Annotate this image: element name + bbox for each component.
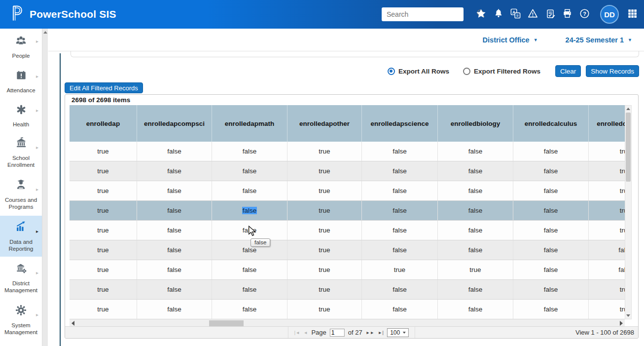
table-cell[interactable]: false [438,181,513,200]
export-filtered-rows-radio[interactable]: Export Filtered Rows [463,68,540,75]
alerts-button[interactable] [524,4,541,24]
scroll-down-icon[interactable] [626,314,630,317]
table-cell[interactable]: false [438,300,513,319]
table-cell[interactable]: false [137,300,212,319]
table-cell[interactable]: false [362,161,438,181]
table-cell[interactable]: false [212,280,287,299]
table-cell[interactable]: false [362,142,438,161]
table-cell[interactable]: true [589,300,625,319]
table-cell[interactable]: false [137,142,212,161]
table-cell[interactable]: false [362,181,438,200]
table-cell[interactable]: true [70,260,137,279]
print-button[interactable] [559,4,576,24]
sidebar-item-people[interactable]: People ▸ [0,29,42,64]
table-cell[interactable]: true [287,280,362,299]
edit-all-filtered-records-button[interactable]: Edit All Filtered Records [65,82,143,93]
table-cell[interactable]: false [513,221,589,240]
table-cell[interactable]: false [513,300,589,319]
table-cell[interactable]: false [513,181,589,200]
vertical-scrollbar[interactable] [625,105,632,319]
term-selector[interactable]: 24-25 Semester 1 ▼ [566,36,632,44]
table-cell[interactable]: true [70,280,137,299]
table-cell[interactable]: true [589,181,625,200]
notifications-button[interactable] [490,4,507,24]
table-cell[interactable]: true [70,161,137,181]
scroll-up-icon[interactable] [626,108,630,110]
table-cell[interactable]: false [513,201,589,220]
table-cell[interactable]: true [589,280,625,299]
table-row[interactable]: truefalsefalsetruetruetruefalsefalse [70,260,625,280]
column-header-enrolledapcompsci[interactable]: enrolledapcompsci [137,105,212,142]
table-row[interactable]: truefalsefalsetruefalsefalsefalsetrue [70,201,625,221]
table-cell[interactable]: true [70,300,137,319]
column-header-enrolledapmath[interactable]: enrolledapmath [212,105,287,142]
column-header-enrolledbiology[interactable]: enrolledbiology [438,105,513,142]
first-page-button[interactable]: |◄ [294,330,300,335]
sidebar-item-data-and-reporting[interactable]: Data and Reporting ▸ [0,216,42,257]
table-cell[interactable]: false [362,280,438,299]
table-cell[interactable]: false [137,280,212,299]
table-cell[interactable]: true [589,161,625,181]
vertical-scroll-thumb[interactable] [626,113,631,182]
table-cell[interactable]: false [513,161,589,181]
column-header-enrolledcalculus[interactable]: enrolledcalculus [513,105,589,142]
table-cell[interactable]: true [70,201,137,220]
table-row[interactable]: truefalsefalsetruefalsefalsefalsetrue [70,300,625,319]
sidebar-item-health[interactable]: Health ▸ [0,99,42,132]
scroll-left-icon[interactable] [72,321,74,326]
table-row[interactable]: truefalsefalsetruefalsefalsefalsetrue [70,161,625,181]
table-cell[interactable]: false [137,221,212,240]
table-cell[interactable]: false [137,161,212,181]
table-cell[interactable]: true [287,260,362,279]
sidebar-item-school-enrollment[interactable]: School Enrollment ▸ [0,132,42,173]
table-cell[interactable]: false [438,161,513,181]
table-cell[interactable]: false [362,240,438,260]
table-cell[interactable]: false [438,240,513,260]
column-header-enrolledchemistry[interactable]: enrolledchemistry [589,105,625,142]
table-cell[interactable]: false [212,181,287,200]
show-records-button[interactable]: Show Records [586,65,639,77]
table-cell[interactable]: false [137,181,212,200]
translation-button[interactable]: A 文 [507,4,524,24]
page-size-select[interactable]: 100 [387,328,409,337]
table-cell[interactable]: false [137,260,212,279]
table-cell[interactable]: false [438,221,513,240]
table-cell[interactable]: false [137,201,212,220]
table-cell[interactable]: false [212,240,287,260]
table-cell[interactable]: true [287,240,362,260]
horizontal-scroll-thumb[interactable] [209,320,244,326]
table-cell[interactable]: false [362,201,438,220]
column-header-enrolledapscience[interactable]: enrolledapscience [362,105,438,142]
table-cell[interactable]: false [589,260,625,279]
table-cell[interactable]: false [362,300,438,319]
table-row[interactable]: truefalsefalsetruefalsefalsefalsefalse [70,240,625,260]
table-cell[interactable]: true [287,142,362,161]
table-cell[interactable]: false [212,201,287,220]
table-cell[interactable]: false [212,142,287,161]
table-cell[interactable]: false [212,221,287,240]
table-cell[interactable]: true [589,142,625,161]
table-cell[interactable]: true [70,142,137,161]
clear-button[interactable]: Clear [555,65,581,77]
table-cell[interactable]: false [513,240,589,260]
table-cell[interactable]: false [513,280,589,299]
sidebar-item-district-management[interactable]: District Management ▸ [0,257,42,299]
export-all-rows-radio[interactable]: Export All Rows [388,68,449,75]
scroll-right-icon[interactable] [620,321,623,326]
table-row[interactable]: truefalsefalsetruefalsefalsefalsetrue [70,280,625,300]
user-avatar[interactable]: DD [600,5,619,24]
table-row[interactable]: truefalsefalsetruefalsefalsefalsetrue [70,142,625,161]
table-row[interactable]: truefalsefalsetruefalsefalsefalsetrue [70,221,625,240]
table-cell[interactable]: false [137,240,212,260]
table-cell[interactable]: true [70,221,137,240]
table-cell[interactable]: false [438,280,513,299]
school-selector[interactable]: District Office ▼ [483,36,538,44]
table-cell[interactable]: false [513,260,589,279]
table-cell[interactable]: false [212,161,287,181]
column-header-enrolledapother[interactable]: enrolledapother [287,105,362,142]
next-page-button[interactable]: ►► [366,330,375,335]
apps-launcher-button[interactable] [624,4,641,24]
reports-button[interactable] [541,4,559,24]
table-cell[interactable]: false [438,201,513,220]
table-cell[interactable]: true [438,260,513,279]
